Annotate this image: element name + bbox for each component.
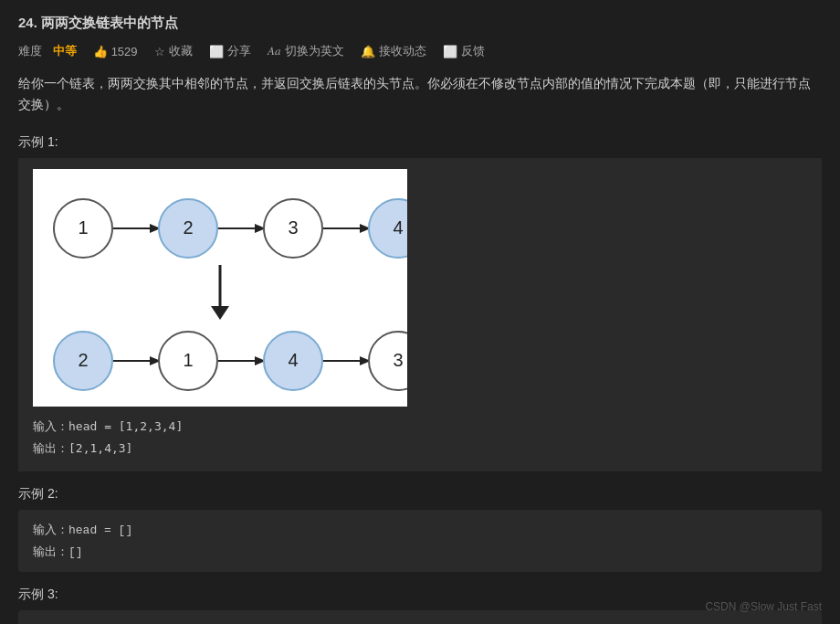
feedback-button[interactable]: ⬜ 反馈: [443, 43, 485, 59]
linked-list-diagram: 1 2 3 4 2: [33, 169, 407, 407]
like-icon: 👍: [93, 45, 108, 58]
example1-output: 输出：[2,1,4,3]: [33, 438, 807, 460]
animation-button[interactable]: 🔔 接收动态: [361, 43, 426, 59]
svg-text:2: 2: [183, 217, 193, 238]
switch-lang-button[interactable]: 𝐴𝑎 切换为英文: [268, 43, 344, 59]
example3-block: 输入：head = [1] 输出：[1]: [18, 610, 822, 624]
difficulty-area: 难度 中等: [18, 43, 77, 59]
example1-title: 示例 1:: [18, 134, 822, 151]
example1-block: 1 2 3 4 2: [18, 158, 822, 471]
switch-lang-label: 切换为英文: [285, 43, 344, 59]
animation-label: 接收动态: [379, 43, 426, 59]
svg-text:4: 4: [393, 217, 403, 238]
lang-icon: 𝐴𝑎: [268, 44, 281, 58]
share-button[interactable]: ⬜ 分享: [209, 43, 251, 59]
svg-text:1: 1: [78, 217, 88, 238]
problem-description: 给你一个链表，两两交换其中相邻的节点，并返回交换后链表的头节点。你必须在不修改节…: [18, 74, 822, 116]
example2-input: 输入：head = []: [33, 519, 807, 541]
feedback-icon: ⬜: [443, 45, 457, 58]
example3-input: 输入：head = [1]: [33, 619, 807, 624]
svg-text:3: 3: [393, 350, 403, 370]
share-label: 分享: [227, 43, 251, 59]
example2-block: 输入：head = [] 输出：[]: [18, 510, 822, 573]
feedback-label: 反馈: [461, 43, 485, 59]
example2-title: 示例 2:: [18, 486, 822, 502]
star-icon: ☆: [154, 45, 165, 58]
toolbar: 难度 中等 👍 1529 ☆ 收藏 ⬜ 分享 𝐴𝑎 切换为英文 🔔 接收动态 ⬜…: [18, 43, 822, 59]
example1-input: 输入：head = [1,2,3,4]: [33, 416, 807, 438]
svg-text:1: 1: [183, 350, 193, 370]
page-container: 24. 两两交换链表中的节点 难度 中等 👍 1529 ☆ 收藏 ⬜ 分享 𝐴𝑎…: [0, 0, 840, 624]
share-icon: ⬜: [209, 45, 224, 58]
difficulty-value: 中等: [53, 43, 77, 59]
svg-marker-15: [211, 306, 229, 320]
example3-title: 示例 3:: [18, 587, 822, 603]
example2-output: 输出：[]: [33, 541, 807, 563]
like-button[interactable]: 👍 1529: [93, 45, 138, 58]
problem-title: 24. 两两交换链表中的节点: [18, 15, 822, 32]
like-count: 1529: [111, 45, 138, 58]
bell-icon: 🔔: [361, 45, 375, 58]
watermark: CSDN @Slow Just Fast: [705, 600, 822, 613]
collect-label: 收藏: [169, 43, 193, 59]
svg-text:4: 4: [288, 350, 298, 370]
difficulty-label: 难度: [18, 43, 42, 59]
svg-text:3: 3: [288, 217, 298, 238]
collect-button[interactable]: ☆ 收藏: [154, 43, 193, 59]
svg-text:2: 2: [78, 350, 88, 370]
